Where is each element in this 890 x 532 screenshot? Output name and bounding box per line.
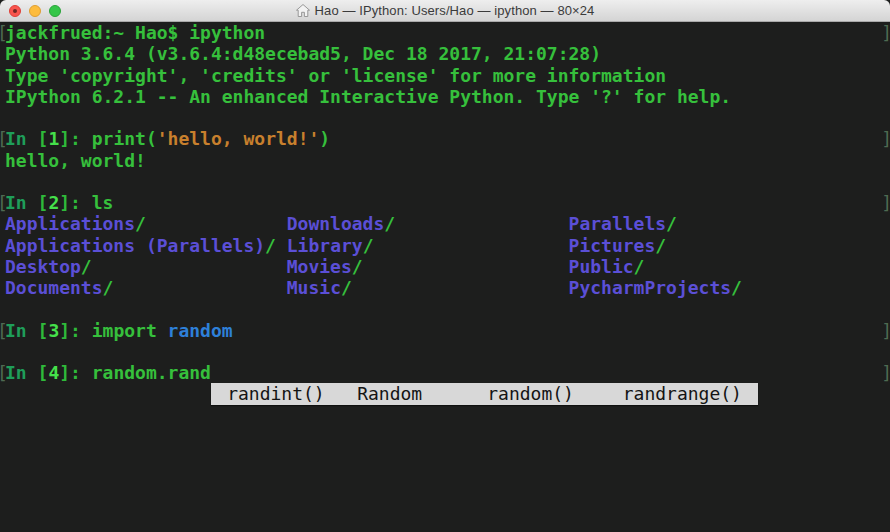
terminal-input-row: [In [1]: print('hello, world!')]: [5, 128, 890, 149]
terminal-row: [5, 468, 890, 489]
text-segment: /: [352, 256, 569, 277]
command-mark-left: [: [0, 128, 8, 149]
prompt-bracket-close: ]:: [59, 362, 92, 383]
text-segment: /: [265, 235, 287, 256]
text-segment: Movies: [287, 256, 352, 277]
terminal-row: [5, 341, 890, 362]
text-segment: import: [92, 320, 168, 341]
text-segment: /: [384, 213, 568, 234]
command-mark-left: [: [0, 22, 8, 43]
prompt-bracket-open: [: [27, 320, 49, 341]
text-segment: random: [168, 320, 233, 341]
text-segment: /: [731, 277, 742, 298]
completion-bar: randint()Randomrandom()randrange(): [211, 383, 758, 404]
zoom-button[interactable]: [49, 5, 61, 17]
text-segment: /: [634, 256, 645, 277]
prompt-in-label: In: [5, 192, 27, 213]
terminal-row: Python 3.6.4 (v3.6.4:d48ecebad5, Dec 18 …: [5, 43, 890, 64]
terminal-row: [5, 107, 890, 128]
window-title: Hao — IPython: Users/Hao — ipython — 80×…: [315, 3, 595, 18]
command-mark-left: [: [0, 192, 8, 213]
text-segment: /: [341, 277, 569, 298]
command-mark-right: ]: [881, 192, 890, 213]
command-mark-left: [: [0, 362, 8, 383]
completion-item[interactable]: randrange(): [623, 383, 742, 404]
text-segment: ): [319, 128, 330, 149]
terminal-row: IPython 6.2.1 -- An enhanced Interactive…: [5, 86, 890, 107]
terminal-row: [5, 405, 890, 426]
command-mark-right: ]: [881, 362, 890, 383]
prompt-in-label: In: [5, 362, 27, 383]
text-segment: Type 'copyright', 'credits' or 'license'…: [5, 65, 666, 86]
terminal-input-row: [In [2]: ls]: [5, 192, 890, 213]
text-segment: /: [135, 213, 287, 234]
prompt-bracket-open: [: [27, 128, 49, 149]
text-segment: Library: [287, 235, 363, 256]
text-segment: /: [81, 256, 287, 277]
text-segment: PycharmProjects: [569, 277, 732, 298]
terminal-row: [5, 490, 890, 511]
window-title-area: Hao — IPython: Users/Hao — ipython — 80×…: [296, 3, 595, 18]
prompt-number: 1: [48, 128, 59, 149]
window-titlebar[interactable]: Hao — IPython: Users/Hao — ipython — 80×…: [0, 0, 890, 22]
terminal-row: Documents/ Music/ PycharmProjects/: [5, 277, 890, 298]
terminal-row: [5, 447, 890, 468]
command-mark-right: ]: [881, 128, 890, 149]
terminal-window: Hao — IPython: Users/Hao — ipython — 80×…: [0, 0, 890, 532]
terminal-row: Applications (Parallels)/ Library/ Pictu…: [5, 235, 890, 256]
command-mark-left: [: [0, 320, 8, 341]
terminal-row: Applications/ Downloads/ Parallels/: [5, 213, 890, 234]
terminal-row: [jackfrued:~ Hao$ ipython]: [5, 22, 890, 43]
text-segment: /: [655, 235, 666, 256]
prompt-number: 2: [48, 192, 59, 213]
text-segment: hello, world!: [5, 150, 146, 171]
text-segment: Parallels: [569, 213, 667, 234]
text-segment: Applications: [5, 213, 135, 234]
terminal-screen[interactable]: [jackfrued:~ Hao$ ipython]Python 3.6.4 (…: [0, 22, 890, 532]
terminal-row: hello, world!: [5, 150, 890, 171]
text-segment: Desktop: [5, 256, 81, 277]
terminal-row: [5, 298, 890, 319]
completion-item[interactable]: random(): [487, 383, 574, 404]
command-mark-right: ]: [881, 22, 890, 43]
prompt-in-label: In: [5, 128, 27, 149]
text-segment: 'hello, world!': [157, 128, 320, 149]
prompt-bracket-close: ]:: [59, 192, 92, 213]
prompt-bracket-open: [: [27, 192, 49, 213]
text-segment: Music: [287, 277, 341, 298]
text-segment: /: [666, 213, 677, 234]
terminal-input-row: [In [4]: random.rand]: [5, 362, 890, 383]
command-mark-right: ]: [881, 320, 890, 341]
text-segment: Python 3.6.4 (v3.6.4:d48ecebad5, Dec 18 …: [5, 43, 601, 64]
prompt-bracket-close: ]:: [59, 320, 92, 341]
text-segment: /: [103, 277, 287, 298]
text-segment: print(: [92, 128, 157, 149]
completion-item[interactable]: randint(): [227, 383, 325, 404]
terminal-row: randint()Randomrandom()randrange(): [5, 383, 890, 404]
home-icon: [296, 4, 310, 17]
text-segment: Public: [569, 256, 634, 277]
text-segment: IPython 6.2.1 -- An enhanced Interactive…: [5, 86, 731, 107]
terminal-input-row: [In [3]: import random]: [5, 320, 890, 341]
text-segment: random.rand: [92, 362, 211, 383]
text-segment: Downloads: [287, 213, 385, 234]
completion-item[interactable]: Random: [357, 383, 422, 404]
terminal-row: [5, 511, 890, 532]
prompt-in-label: In: [5, 320, 27, 341]
text-segment: Applications (Parallels): [5, 235, 265, 256]
terminal-row: [5, 426, 890, 447]
text-segment: Pictures: [569, 235, 656, 256]
prompt-bracket-open: [: [27, 362, 49, 383]
text-segment: /: [363, 235, 569, 256]
minimize-button[interactable]: [29, 5, 41, 17]
text-segment: jackfrued:~ Hao$ ipython: [5, 22, 265, 43]
terminal-row: Desktop/ Movies/ Public/: [5, 256, 890, 277]
terminal-row: Type 'copyright', 'credits' or 'license'…: [5, 65, 890, 86]
prompt-bracket-close: ]:: [59, 128, 92, 149]
prompt-number: 3: [48, 320, 59, 341]
terminal-row: [5, 171, 890, 192]
text-segment: ls: [92, 192, 114, 213]
prompt-number: 4: [48, 362, 59, 383]
close-button[interactable]: [9, 5, 21, 17]
traffic-lights: [9, 5, 61, 17]
